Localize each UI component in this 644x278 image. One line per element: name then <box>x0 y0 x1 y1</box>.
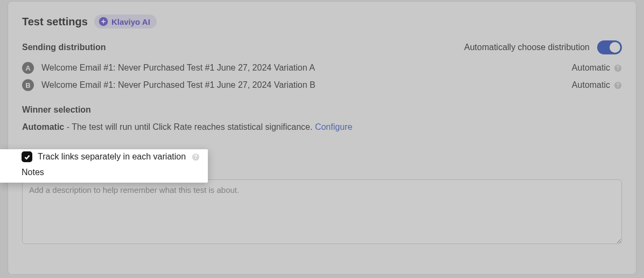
variation-mode-b: Automatic <box>572 80 610 90</box>
variation-row-b: B Welcome Email #1: Never Purchased Test… <box>22 79 622 91</box>
winner-section: Winner selection Automatic - The test wi… <box>22 105 622 132</box>
auto-distribution-toggle[interactable] <box>597 40 622 54</box>
help-icon[interactable]: ? <box>613 64 622 72</box>
svg-text:?: ? <box>616 82 619 88</box>
page-title: Test settings <box>22 16 88 28</box>
variation-badge-a: A <box>22 62 34 74</box>
winner-mode: Automatic <box>22 122 64 131</box>
header-row: Test settings Klaviyo AI <box>22 15 622 29</box>
notes-textarea[interactable] <box>22 179 622 244</box>
sparkle-icon <box>99 17 108 26</box>
variation-name-a: Welcome Email #1: Never Purchased Test #… <box>41 63 315 73</box>
winner-selection-label: Winner selection <box>22 105 622 115</box>
highlight-content: Track links separately in each variation… <box>0 149 208 183</box>
winner-description: - The test will run until Click Rate rea… <box>64 122 315 131</box>
klaviyo-ai-badge[interactable]: Klaviyo AI <box>94 15 157 29</box>
check-icon <box>24 154 31 161</box>
notes-label-highlight: Notes <box>22 168 44 177</box>
test-settings-panel: Test settings Klaviyo AI Sending distrib… <box>8 1 636 275</box>
sending-distribution-label: Sending distribution <box>22 43 106 52</box>
svg-text:?: ? <box>616 65 619 71</box>
track-links-label: Track links separately in each variation <box>38 152 186 162</box>
auto-distribution-control: Automatically choose distribution <box>464 40 622 54</box>
svg-text:?: ? <box>194 154 197 160</box>
help-icon[interactable]: ? <box>613 81 622 89</box>
winner-description-line: Automatic - The test will run until Clic… <box>22 122 622 132</box>
ai-badge-label: Klaviyo AI <box>111 17 150 26</box>
help-icon[interactable]: ? <box>191 152 200 161</box>
variation-mode-a: Automatic <box>572 63 610 73</box>
variation-row-a: A Welcome Email #1: Never Purchased Test… <box>22 62 622 74</box>
variation-name-b: Welcome Email #1: Never Purchased Test #… <box>41 80 316 90</box>
variation-badge-b: B <box>22 79 34 91</box>
track-links-checkbox[interactable] <box>22 151 32 162</box>
auto-distribution-label: Automatically choose distribution <box>464 43 590 52</box>
configure-link[interactable]: Configure <box>315 122 352 131</box>
toggle-knob <box>610 42 620 53</box>
distribution-header: Sending distribution Automatically choos… <box>22 40 622 54</box>
